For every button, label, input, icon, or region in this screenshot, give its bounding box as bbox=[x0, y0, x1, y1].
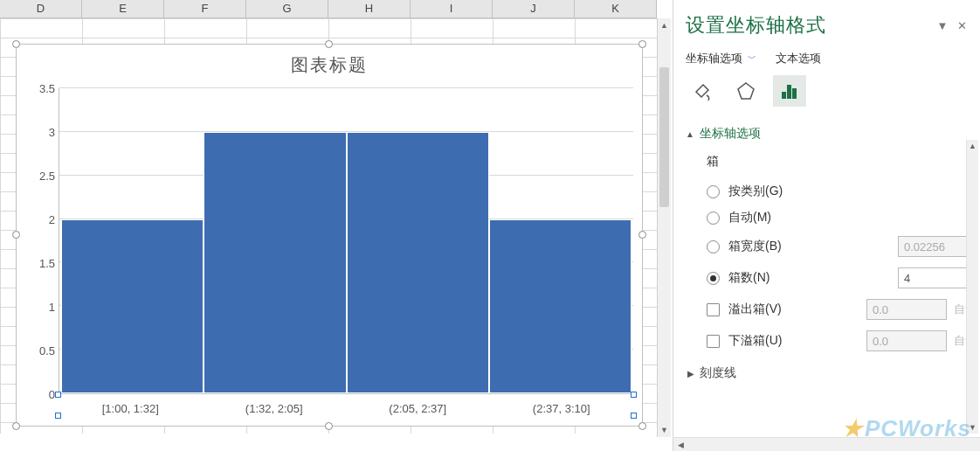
svg-marker-0 bbox=[738, 83, 754, 99]
y-tick: 2.5 bbox=[39, 170, 55, 183]
check-underflow-bin[interactable]: 下溢箱(U) 自动 bbox=[686, 325, 978, 357]
column-header[interactable]: D bbox=[0, 0, 82, 17]
pane-header: 设置坐标轴格式 ▼ ✕ bbox=[684, 0, 978, 51]
pane-scrollbar[interactable]: ▲ ▼ bbox=[966, 140, 978, 434]
histogram-bar[interactable] bbox=[347, 132, 489, 393]
y-tick: 3 bbox=[49, 126, 55, 139]
y-tick: 0 bbox=[49, 388, 55, 401]
radio-by-category[interactable]: 按类别(G) bbox=[686, 178, 978, 205]
tab-label: 文本选项 bbox=[776, 51, 821, 66]
scrollbar-track[interactable] bbox=[658, 32, 671, 423]
scrollbar-thumb[interactable] bbox=[659, 67, 669, 207]
x-axis[interactable]: [1:00, 1:32] (1:32, 2:05] (2:05, 2:37] (… bbox=[59, 402, 633, 415]
histogram-bars[interactable] bbox=[59, 88, 633, 393]
radio-icon[interactable] bbox=[707, 240, 720, 253]
section-header-axis-options[interactable]: ▲ 坐标轴选项 bbox=[686, 122, 978, 150]
tab-axis-options[interactable]: 坐标轴选项 ﹀ bbox=[686, 51, 756, 66]
y-tick: 1 bbox=[49, 301, 55, 314]
tab-label: 坐标轴选项 bbox=[686, 51, 742, 66]
close-icon[interactable]: ✕ bbox=[952, 19, 971, 32]
column-header[interactable]: J bbox=[493, 0, 575, 17]
svg-rect-1 bbox=[782, 92, 786, 99]
plot-area[interactable]: 0 0.5 1 1.5 2 2.5 3 3.5 bbox=[25, 88, 633, 394]
pane-menu-icon[interactable]: ▼ bbox=[933, 19, 952, 32]
checkbox-label: 溢出箱(V) bbox=[728, 302, 866, 317]
section-title: 刻度线 bbox=[700, 365, 736, 381]
chevron-down-icon: ﹀ bbox=[748, 52, 756, 65]
scroll-left-icon[interactable]: ◀ bbox=[673, 438, 687, 451]
histogram-bar[interactable] bbox=[204, 132, 346, 393]
radio-label: 按类别(G) bbox=[728, 184, 783, 199]
radio-icon[interactable] bbox=[707, 212, 720, 225]
column-header[interactable]: I bbox=[411, 0, 493, 17]
triangle-down-icon: ▲ bbox=[686, 129, 694, 139]
checkbox-icon[interactable] bbox=[707, 303, 720, 316]
plot-region[interactable] bbox=[59, 88, 633, 394]
histogram-bar[interactable] bbox=[61, 219, 204, 393]
radio-bin-count[interactable]: 箱数(N) bbox=[686, 262, 978, 294]
checkbox-label: 下溢箱(U) bbox=[728, 333, 866, 349]
pane-horizontal-scrollbar[interactable]: ◀ bbox=[673, 437, 980, 451]
column-header[interactable]: E bbox=[82, 0, 164, 17]
resize-handle[interactable] bbox=[12, 40, 20, 48]
check-overflow-bin[interactable]: 溢出箱(V) 自动 bbox=[686, 294, 978, 325]
fill-line-icon[interactable] bbox=[686, 75, 719, 107]
radio-label: 箱宽度(B) bbox=[728, 239, 898, 254]
resize-handle[interactable] bbox=[638, 422, 646, 430]
radio-icon[interactable] bbox=[707, 272, 720, 285]
y-tick: 0.5 bbox=[39, 344, 55, 357]
svg-rect-3 bbox=[792, 88, 797, 99]
resize-handle[interactable] bbox=[638, 231, 646, 239]
axis-options-icon[interactable] bbox=[773, 75, 806, 107]
pane-icon-tabs bbox=[684, 75, 978, 119]
scroll-down-icon[interactable]: ▼ bbox=[967, 421, 978, 434]
pane-title: 设置坐标轴格式 bbox=[686, 12, 933, 38]
column-header[interactable]: K bbox=[575, 0, 657, 17]
x-tick: (2:37, 3:10] bbox=[490, 402, 634, 415]
pane-tabs: 坐标轴选项 ﹀ 文本选项 bbox=[684, 51, 978, 75]
resize-handle[interactable] bbox=[325, 40, 333, 48]
x-tick: (1:32, 2:05] bbox=[203, 402, 347, 415]
tab-text-options[interactable]: 文本选项 bbox=[776, 51, 821, 66]
effects-icon[interactable] bbox=[729, 75, 763, 107]
format-axis-pane: 设置坐标轴格式 ▼ ✕ 坐标轴选项 ﹀ 文本选项 bbox=[673, 0, 980, 451]
triangle-right-icon: ▶ bbox=[687, 369, 694, 378]
vertical-scrollbar[interactable]: ▲ ▼ bbox=[657, 18, 671, 437]
bins-group-label: 箱 bbox=[686, 150, 978, 178]
radio-automatic[interactable]: 自动(M) bbox=[686, 205, 978, 231]
underflow-input bbox=[866, 330, 947, 351]
resize-handle[interactable] bbox=[12, 231, 20, 239]
scroll-down-icon[interactable]: ▼ bbox=[658, 423, 671, 437]
scroll-up-icon[interactable]: ▲ bbox=[967, 140, 978, 152]
scroll-up-icon[interactable]: ▲ bbox=[658, 18, 671, 32]
y-tick: 1.5 bbox=[39, 257, 55, 270]
axis-selection-handle[interactable] bbox=[631, 392, 637, 398]
x-tick: (2:05, 2:37] bbox=[346, 402, 490, 415]
radio-bin-width[interactable]: 箱宽度(B) bbox=[686, 231, 978, 262]
chart-object[interactable]: 图表标题 0 0.5 1 1.5 2 2.5 3 3.5 bbox=[16, 44, 643, 427]
histogram-bar[interactable] bbox=[489, 219, 631, 393]
column-header[interactable]: H bbox=[328, 0, 411, 17]
axis-options-section: ▲ 坐标轴选项 箱 按类别(G) 自动(M) 箱宽度(B) 箱数(N) bbox=[684, 119, 978, 385]
radio-label: 自动(M) bbox=[728, 210, 771, 226]
y-axis[interactable]: 0 0.5 1 1.5 2 2.5 3 3.5 bbox=[25, 88, 59, 394]
column-header[interactable]: F bbox=[164, 0, 246, 17]
checkbox-icon[interactable] bbox=[707, 335, 720, 348]
axis-selection-handle[interactable] bbox=[55, 392, 61, 398]
resize-handle[interactable] bbox=[638, 40, 646, 48]
axis-selection-handle[interactable] bbox=[55, 413, 61, 419]
radio-label: 箱数(N) bbox=[728, 270, 898, 286]
x-tick: [1:00, 1:32] bbox=[59, 402, 203, 415]
chart-title[interactable]: 图表标题 bbox=[17, 45, 642, 84]
y-tick: 3.5 bbox=[39, 82, 55, 95]
column-header[interactable]: G bbox=[246, 0, 328, 17]
radio-icon[interactable] bbox=[707, 185, 720, 198]
resize-handle[interactable] bbox=[325, 422, 333, 430]
section-header-tick-marks[interactable]: ▶ 刻度线 bbox=[686, 357, 978, 383]
y-tick: 2 bbox=[49, 213, 55, 226]
axis-selection-handle[interactable] bbox=[631, 413, 637, 419]
resize-handle[interactable] bbox=[12, 422, 20, 430]
svg-rect-2 bbox=[787, 85, 791, 99]
column-header-row: D E F G H I J K bbox=[0, 0, 657, 18]
overflow-input bbox=[866, 299, 947, 320]
